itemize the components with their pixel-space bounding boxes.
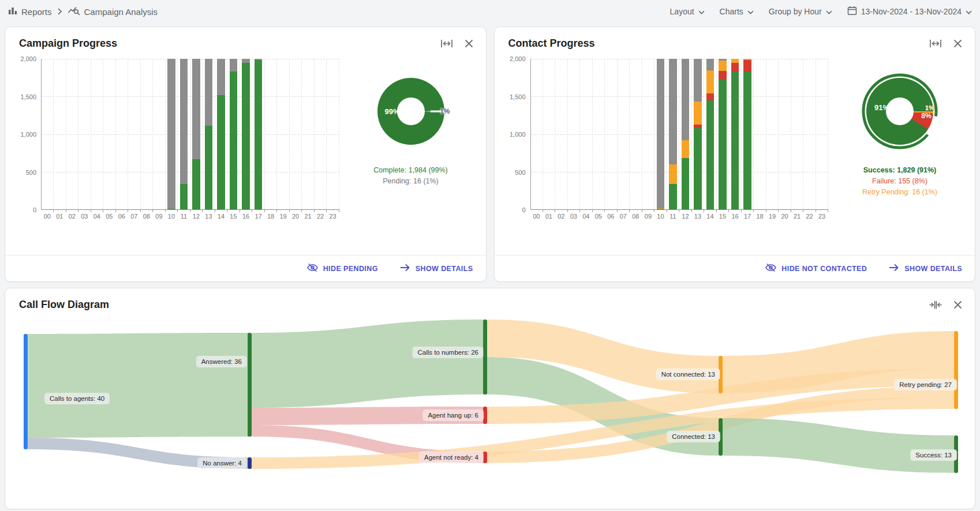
- campaign-donut-chart[interactable]: 99% 1%: [377, 78, 444, 145]
- bar-chart-icon: [8, 6, 17, 17]
- bar-column: [568, 59, 580, 209]
- sankey-flow-conn-to-success[interactable]: [723, 418, 954, 473]
- bar-column: [779, 59, 791, 209]
- x-tick-label: 14: [215, 213, 227, 220]
- bar-column: [66, 59, 78, 209]
- bar-segment-success: [706, 100, 715, 209]
- sankey-node-agents[interactable]: [24, 334, 28, 449]
- legend-item: Failure: 155 (8%): [862, 176, 937, 187]
- hide-pending-button[interactable]: HIDE PENDING: [307, 263, 378, 274]
- y-tick-label: 2,000: [20, 55, 36, 62]
- bar-segment-pending: [192, 59, 200, 159]
- bar-hour-16[interactable]: [242, 59, 250, 209]
- x-tick-label: 02: [555, 213, 568, 220]
- sankey-flow-agents-to-answered[interactable]: [28, 333, 248, 438]
- bar-column: [252, 59, 264, 209]
- donut-label-pending: 1%: [440, 107, 450, 115]
- sankey-node-retry[interactable]: [954, 331, 958, 409]
- bar-column: [78, 59, 91, 209]
- date-range-picker[interactable]: 13-Nov-2024 - 13-Nov-2024: [847, 6, 972, 17]
- bar-hour-10[interactable]: [167, 59, 175, 209]
- layout-dropdown[interactable]: Layout: [670, 7, 705, 16]
- sankey-node-label-agents: Calls to agents: 40: [45, 393, 109, 404]
- bar-hour-17[interactable]: [255, 59, 263, 209]
- bar-column: [816, 59, 828, 209]
- x-tick-label: 11: [178, 213, 190, 220]
- bar-hour-11[interactable]: [669, 59, 677, 209]
- bar-hour-13[interactable]: [694, 59, 702, 209]
- bar-segment-failure: [731, 63, 739, 72]
- bar-hour-10[interactable]: [657, 59, 665, 209]
- bar-hour-15[interactable]: [230, 59, 238, 209]
- chevron-down-icon: [826, 7, 832, 16]
- bar-segment-complete: [205, 126, 213, 209]
- donut-hole: [397, 97, 425, 125]
- bar-segment-success: [694, 128, 702, 209]
- bar-segment-pending: [180, 59, 188, 184]
- close-icon[interactable]: [465, 39, 473, 48]
- bar-hour-12[interactable]: [682, 59, 690, 209]
- sankey-flow-answered-to-numbers[interactable]: [252, 320, 483, 408]
- bar-segment-not-contacted: [682, 59, 690, 140]
- y-axis: 2,0001,5001,0005000: [11, 59, 41, 210]
- collapse-width-icon[interactable]: [929, 300, 942, 310]
- hide-pending-label: HIDE PENDING: [323, 265, 378, 273]
- x-tick-label: 02: [66, 213, 78, 220]
- contact-donut-chart[interactable]: 91% 1% 8%: [866, 78, 933, 145]
- y-tick-label: 1,500: [20, 93, 36, 100]
- x-tick-label: 22: [314, 213, 327, 220]
- show-details-button[interactable]: SHOW DETAILS: [889, 264, 962, 273]
- bar-column: [91, 59, 103, 209]
- bar-column: [729, 59, 741, 209]
- bar-column: [153, 59, 165, 209]
- sankey-node-noanswer[interactable]: [248, 457, 252, 469]
- bar-hour-16[interactable]: [731, 59, 739, 209]
- x-tick-label: 21: [302, 213, 315, 220]
- y-tick-label: 1,500: [510, 93, 526, 100]
- bar-segment-complete: [255, 60, 263, 209]
- date-range-value: 13-Nov-2024 - 13-Nov-2024: [861, 7, 962, 16]
- breadcrumb-reports[interactable]: Reports: [8, 6, 52, 17]
- sankey-node-label-notconn: Not connected: 13: [657, 369, 720, 380]
- x-tick-label: 14: [704, 213, 717, 220]
- campaign-analysis-icon: [68, 6, 80, 17]
- show-details-button[interactable]: SHOW DETAILS: [400, 264, 473, 273]
- x-tick-label: 09: [642, 213, 654, 220]
- expand-width-icon[interactable]: [929, 39, 942, 48]
- sankey-node-label-retry: Retry pending: 27: [895, 380, 956, 390]
- show-details-label: SHOW DETAILS: [904, 265, 962, 273]
- bar-hour-12[interactable]: [192, 59, 200, 209]
- bar-segment-success: [682, 158, 690, 209]
- x-tick-label: 06: [605, 213, 618, 220]
- bar-hour-14[interactable]: [706, 59, 715, 209]
- legend-item: Pending: 16 (1%): [373, 176, 448, 187]
- charts-dropdown[interactable]: Charts: [720, 7, 754, 16]
- bar-segment-complete: [167, 209, 175, 209]
- sankey-node-hangup[interactable]: [483, 407, 487, 424]
- bar-hour-11[interactable]: [180, 59, 188, 209]
- chevron-down-icon: [747, 7, 754, 16]
- x-tick-label: 05: [592, 213, 605, 220]
- y-axis: 2,0001,5001,0005000: [500, 59, 530, 210]
- hide-not-contacted-button[interactable]: HIDE NOT CONTACTED: [765, 263, 867, 274]
- plot-area: 0001020304050607080910111213141516171819…: [41, 59, 339, 243]
- close-icon[interactable]: [953, 300, 962, 309]
- bar-hour-13[interactable]: [205, 59, 213, 209]
- contact-bar-chart: 2,0001,5001,0005000000102030405060708091…: [500, 59, 829, 243]
- bar-column: [717, 59, 729, 209]
- bar-hour-15[interactable]: [719, 59, 727, 209]
- bar-hour-17[interactable]: [743, 59, 751, 209]
- bar-column: [704, 59, 716, 209]
- sankey-node-notready[interactable]: [483, 452, 487, 463]
- bar-hour-14[interactable]: [217, 59, 225, 209]
- group-by-dropdown[interactable]: Group by Hour: [769, 7, 832, 16]
- breadcrumb-campaign-analysis[interactable]: Campaign Analysis: [68, 6, 158, 17]
- bar-segment-not-contacted: [669, 59, 677, 164]
- plot-area: 0001020304050607080910111213141516171819…: [530, 59, 829, 243]
- sankey-node-numbers[interactable]: [483, 320, 487, 394]
- sankey-node-answered[interactable]: [248, 333, 252, 437]
- bar-column: [240, 59, 252, 209]
- expand-width-icon[interactable]: [440, 39, 453, 48]
- contact-donut-legend: Success: 1,829 (91%)Failure: 155 (8%)Ret…: [862, 165, 937, 198]
- close-icon[interactable]: [953, 39, 962, 48]
